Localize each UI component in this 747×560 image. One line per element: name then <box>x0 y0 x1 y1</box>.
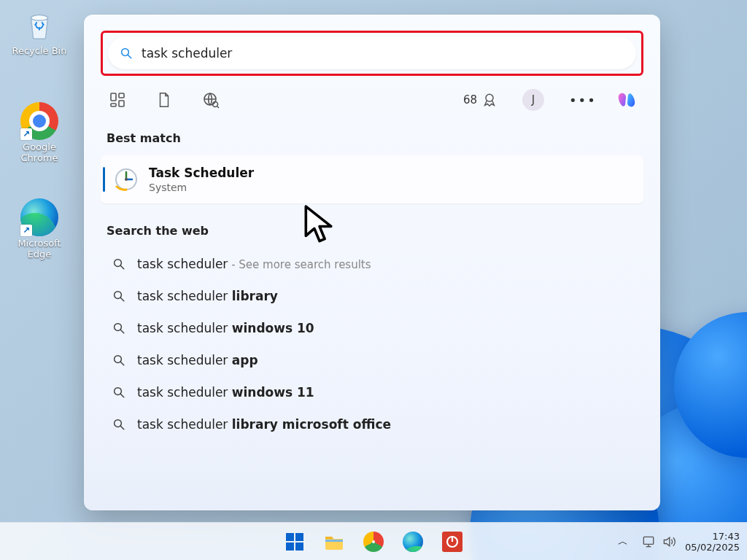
best-match-subtitle: System <box>149 182 254 193</box>
desktop-icon-label: Recycle Bin <box>11 45 68 56</box>
web-result-item[interactable]: task scheduler windows 11 <box>101 376 643 408</box>
search-icon <box>112 322 125 335</box>
svg-line-9 <box>217 106 219 108</box>
taskbar-chrome[interactable] <box>358 526 389 557</box>
search-icon <box>112 418 125 431</box>
shortcut-arrow-icon: ↗ <box>20 225 32 236</box>
clock-time: 17:43 <box>685 531 740 542</box>
svg-line-22 <box>120 394 124 397</box>
web-result-text: task scheduler - See more search results <box>137 257 371 271</box>
web-result-text: task scheduler library <box>137 289 278 303</box>
web-result-text: task scheduler library microsoft office <box>137 417 391 432</box>
more-options-button[interactable]: ••• <box>569 93 591 108</box>
svg-rect-25 <box>286 533 294 541</box>
svg-rect-6 <box>111 104 116 106</box>
svg-point-12 <box>125 178 128 181</box>
svg-line-18 <box>120 330 124 333</box>
search-icon <box>120 47 133 60</box>
apps-filter-icon[interactable] <box>107 89 128 111</box>
search-icon <box>112 386 125 399</box>
taskbar-file-explorer[interactable] <box>319 526 349 557</box>
documents-filter-icon[interactable] <box>153 89 175 111</box>
svg-rect-3 <box>111 93 116 101</box>
best-match-heading: Best match <box>107 131 643 145</box>
svg-line-16 <box>120 298 124 301</box>
start-search-panel: 68 J ••• Best match Task Scheduler Syste… <box>84 15 660 510</box>
network-icon <box>641 534 656 549</box>
clock-date: 05/02/2025 <box>685 542 740 553</box>
search-box-highlight <box>101 31 643 76</box>
systray-overflow-button[interactable]: ︿ <box>614 532 632 551</box>
systray-network-volume[interactable] <box>641 534 676 549</box>
svg-line-20 <box>120 362 124 365</box>
recycle-bin-icon <box>20 6 58 44</box>
best-match-result[interactable]: Task Scheduler System <box>101 155 643 203</box>
svg-line-14 <box>120 265 124 269</box>
svg-rect-5 <box>119 101 124 106</box>
start-button[interactable] <box>279 526 310 557</box>
search-web-heading: Search the web <box>107 224 643 238</box>
svg-rect-26 <box>295 533 303 541</box>
web-results-list: task scheduler - See more search results… <box>101 248 643 440</box>
rewards-medal-icon <box>481 92 498 108</box>
taskbar-right: ︿ 17:43 05/02/2025 <box>614 531 740 553</box>
web-result-text: task scheduler windows 10 <box>137 321 314 335</box>
svg-rect-33 <box>643 537 653 544</box>
web-result-text: task scheduler windows 11 <box>137 385 314 400</box>
chrome-icon: ↗ <box>20 102 58 140</box>
web-filter-icon[interactable] <box>200 89 222 111</box>
volume-icon <box>662 534 676 549</box>
svg-rect-29 <box>325 540 343 542</box>
svg-point-0 <box>31 15 48 21</box>
best-match-title: Task Scheduler <box>149 166 254 180</box>
desktop-icon-microsoft-edge[interactable]: ↗ Microsoft Edge <box>11 198 68 260</box>
taskbar-center <box>279 526 468 557</box>
search-filter-row: 68 J ••• <box>107 89 638 111</box>
desktop-icon-google-chrome[interactable]: ↗ Google Chrome <box>11 102 68 163</box>
desktop-icon-label: Google Chrome <box>11 141 68 163</box>
shortcut-arrow-icon: ↗ <box>20 128 32 140</box>
web-result-item[interactable]: task scheduler library <box>101 280 643 312</box>
taskbar: ︿ 17:43 05/02/2025 <box>0 522 747 560</box>
web-result-item[interactable]: task scheduler library microsoft office <box>101 408 643 440</box>
rewards-points[interactable]: 68 <box>463 92 498 108</box>
svg-line-24 <box>120 426 124 429</box>
web-result-item[interactable]: task scheduler windows 10 <box>101 312 643 344</box>
taskbar-power-app[interactable] <box>437 526 468 557</box>
avatar-initial: J <box>532 93 535 106</box>
copilot-icon[interactable] <box>616 89 638 111</box>
desktop-icon-recycle-bin[interactable]: Recycle Bin <box>11 6 68 56</box>
taskbar-edge[interactable] <box>398 526 428 557</box>
search-icon <box>112 354 125 367</box>
web-result-text: task scheduler app <box>137 353 258 368</box>
svg-point-10 <box>486 94 493 101</box>
edge-icon: ↗ <box>20 198 58 236</box>
account-avatar[interactable]: J <box>522 89 544 111</box>
desktop-icon-label: Microsoft Edge <box>11 238 68 260</box>
svg-rect-28 <box>295 542 303 551</box>
taskbar-clock[interactable]: 17:43 05/02/2025 <box>685 531 740 553</box>
web-result-item[interactable]: task scheduler app <box>101 344 643 376</box>
rewards-count: 68 <box>463 93 477 106</box>
search-input[interactable] <box>142 46 624 61</box>
web-result-item[interactable]: task scheduler - See more search results <box>101 248 643 280</box>
search-box[interactable] <box>108 37 636 69</box>
svg-line-2 <box>128 55 131 58</box>
svg-rect-4 <box>119 93 124 98</box>
search-icon <box>112 257 125 271</box>
svg-rect-27 <box>286 542 294 551</box>
task-scheduler-clock-icon <box>114 167 139 192</box>
search-icon <box>112 289 125 303</box>
